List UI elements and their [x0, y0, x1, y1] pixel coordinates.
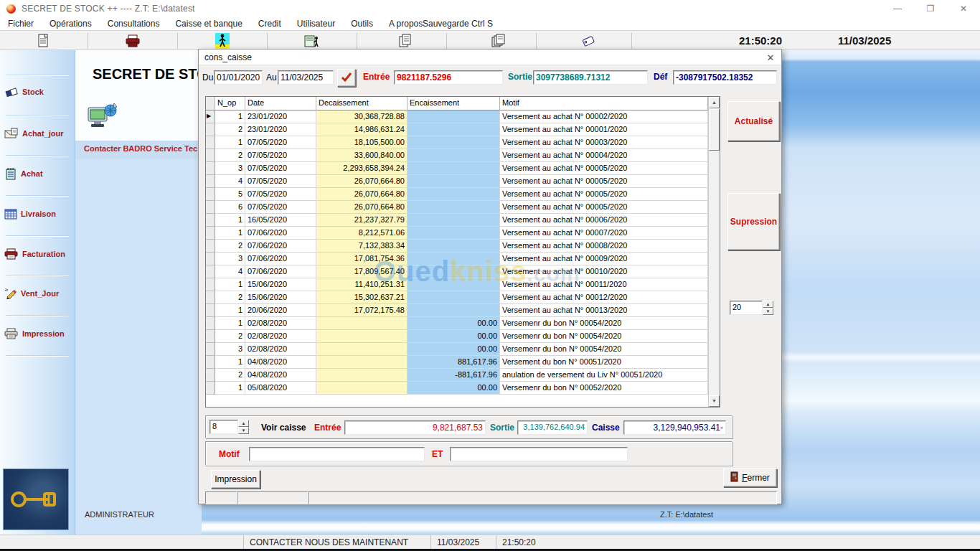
summary-sortie-field[interactable]: 3,139,762,640.94	[517, 420, 588, 435]
table-row[interactable]: 115/06/202011,410,251.31Versement au ach…	[206, 278, 708, 291]
cons-caisse-dialog: cons_caisse ✕ Du 01/01/2020 Au 11/03/202…	[198, 49, 782, 504]
dialog-title-bar[interactable]: cons_caisse ✕	[199, 50, 781, 65]
status-contact: CONTACTER NOUS DES MAINTENANT	[244, 535, 431, 550]
summary-caisse-field[interactable]: 3,129,940,953.41-	[623, 420, 726, 435]
close-button[interactable]: ✕	[947, 0, 980, 17]
scroll-down-icon[interactable]: ▼	[709, 395, 720, 407]
table-row[interactable]: 107/06/20208,212,571.06Versement au acha…	[206, 227, 708, 240]
grid-vertical-scrollbar[interactable]: ▲ ▼	[708, 97, 720, 407]
table-row[interactable]: ▶123/01/202030,368,728.88Versement au ac…	[206, 110, 708, 123]
column-header-motif[interactable]: Motif	[500, 97, 708, 110]
sidebar-item-livraison[interactable]: Livraison	[4, 205, 73, 222]
scroll-thumb[interactable]	[709, 109, 720, 151]
window-title: SECRET DE STOCK ++ ---- Z.T: E:\datatest	[22, 4, 195, 14]
app-icon	[6, 4, 16, 14]
motif-input[interactable]	[249, 447, 425, 461]
actualise-button[interactable]: Actualisé	[727, 101, 780, 141]
sidebar: Stock Achat_jour Achat Livraison Factura…	[0, 50, 75, 534]
sidebar-item-facturation[interactable]: Facturation	[4, 245, 73, 263]
toolbar-pages-button[interactable]	[489, 32, 509, 50]
restore-button[interactable]: ❐	[914, 0, 947, 17]
sidebar-item-vent-jour[interactable]: Vent_Jour	[4, 285, 73, 302]
toolbar-cons-caisse-button[interactable]	[212, 32, 232, 50]
table-row[interactable]: 104/08/2020881,617.96Versement du bon N°…	[206, 356, 708, 369]
table-row[interactable]: 116/05/202021,237,327.79Versement au ach…	[206, 214, 708, 227]
du-date-field[interactable]: 01/01/2020	[214, 70, 263, 85]
et-input[interactable]	[450, 447, 628, 461]
sidebar-item-stock[interactable]: Stock	[4, 83, 73, 100]
column-header-nop[interactable]: N_op	[215, 97, 245, 110]
apply-filter-button[interactable]	[337, 69, 356, 87]
summary-entree-label: Entrée	[314, 423, 341, 433]
printer-icon	[125, 34, 141, 47]
menu-utilisateur[interactable]: Utilisateur	[289, 19, 343, 29]
table-row[interactable]: 302/08/202000.00Versemenr du bon N° 0005…	[206, 343, 708, 356]
table-row[interactable]: 207/05/202033,600,840.00Versement au ach…	[206, 149, 708, 162]
au-date-field[interactable]: 11/03/2025	[278, 70, 334, 85]
menu-fichier[interactable]: Fichier	[0, 19, 42, 29]
toolbar-copy-button[interactable]	[395, 32, 415, 50]
table-row[interactable]: 107/05/202018,105,500.00Versement au ach…	[206, 136, 708, 149]
table-row[interactable]: 202/08/202000.00Versemenr du bon N° 0005…	[206, 330, 708, 343]
toolbar-print-button[interactable]	[123, 32, 143, 50]
toolbar-time: 21:50:20	[739, 34, 782, 47]
toolbar-exit-button[interactable]	[302, 32, 322, 50]
table-row[interactable]: 223/01/202014,986,631.24Versement au ach…	[206, 123, 708, 136]
menu-operations[interactable]: Opérations	[42, 19, 100, 29]
menu-sauvegarde[interactable]: Sauvegarde Ctrl S	[415, 19, 501, 29]
scroll-up-icon[interactable]: ▲	[709, 97, 720, 108]
row-count-spinner[interactable]: 8 ▲▼	[209, 420, 249, 434]
administrator-label: ADMINISTRATEUR	[85, 510, 154, 519]
entree-filter-label: Entrée	[363, 72, 390, 82]
column-header-date[interactable]: Date	[245, 97, 316, 110]
grid-header: N_op Date Decaissement Encaissement Moti…	[206, 97, 708, 110]
calendar-grid-icon	[4, 208, 17, 220]
transactions-grid: N_op Date Decaissement Encaissement Moti…	[205, 96, 720, 408]
impression-button[interactable]: Impression	[211, 470, 260, 489]
menu-consultations[interactable]: Consultations	[100, 19, 168, 29]
fermer-button[interactable]: Fermer	[723, 468, 777, 487]
minimize-button[interactable]: —	[881, 0, 914, 17]
sidebar-item-achat[interactable]: Achat	[4, 165, 73, 182]
table-row[interactable]: 307/05/20202,293,658,394.24Versement au …	[206, 162, 708, 175]
table-row[interactable]: 207/06/20207,132,383.34Versement au acha…	[206, 240, 708, 253]
supression-button[interactable]: Supression	[727, 193, 780, 250]
table-row[interactable]: 215/06/202015,302,637.21Versement au ach…	[206, 291, 708, 304]
table-row[interactable]: 120/06/202017,072,175.48Versement au ach…	[206, 304, 708, 317]
sidebar-item-impression[interactable]: Impression	[4, 325, 73, 342]
table-row[interactable]: 105/08/202000.00Versemenr du bon N° 0005…	[206, 382, 708, 395]
computer-icon	[87, 102, 118, 135]
du-label: Du	[202, 72, 213, 83]
copy-pages-icon	[398, 34, 413, 48]
toolbar-date: 11/03/2025	[838, 34, 891, 47]
exit-book-icon	[304, 34, 320, 48]
menu-credit[interactable]: Credit	[250, 19, 289, 29]
menu-caisse-banque[interactable]: Caisse et banque	[167, 19, 250, 29]
menu-outils[interactable]: Outils	[343, 19, 381, 29]
table-row[interactable]: 407/06/202017,809,567.40Versement au ach…	[206, 265, 708, 278]
column-header-decaissement[interactable]: Decaissement	[316, 97, 407, 110]
table-row[interactable]: 407/05/202026,070,664.80Versement au ach…	[206, 175, 708, 188]
sortie-filter-field[interactable]: 3097738689.71312	[533, 70, 648, 85]
def-field[interactable]: -3087917502.18352	[673, 70, 777, 85]
toolbar-tag-button[interactable]	[578, 32, 598, 50]
table-row[interactable]: 204/08/2020-881,617.96anulation de verse…	[206, 369, 708, 382]
entree-filter-field[interactable]: 9821187.5296	[394, 70, 503, 85]
summary-entree-field[interactable]: 9,821,687.53	[344, 420, 486, 435]
au-label: Au	[266, 72, 277, 83]
page-size-spinner[interactable]: 20 ▲▼	[730, 301, 773, 315]
sidebar-item-achat-jour[interactable]: Achat_jour	[4, 125, 73, 142]
toolbar-document-button[interactable]	[33, 32, 53, 50]
table-row[interactable]: 307/06/202017,081,754.36Versement au ach…	[206, 253, 708, 265]
spinner-up-icon[interactable]: ▲	[238, 420, 249, 427]
table-row[interactable]: 607/05/202026,070,664.80Versement au ach…	[206, 201, 708, 214]
spinner-down-icon[interactable]: ▼	[238, 427, 249, 434]
table-row[interactable]: 102/08/202000.00Versemenr du bon N° 0005…	[206, 317, 708, 330]
spinner-up-icon[interactable]: ▲	[763, 301, 773, 308]
table-row[interactable]: 507/05/202026,070,664.80Versement au ach…	[206, 188, 708, 201]
et-label: ET	[432, 449, 443, 459]
status-empty	[0, 535, 244, 550]
dialog-close-icon[interactable]: ✕	[764, 51, 777, 64]
column-header-encaissement[interactable]: Encaissement	[407, 97, 500, 110]
spinner-down-icon[interactable]: ▼	[763, 308, 773, 315]
